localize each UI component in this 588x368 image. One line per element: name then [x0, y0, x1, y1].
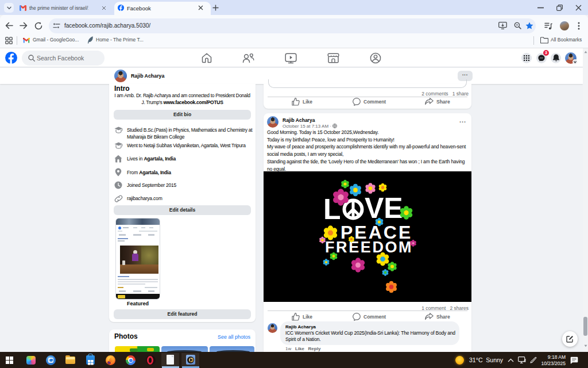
svg-text:VE: VE	[365, 192, 403, 224]
svg-text:FREEDOM: FREEDOM	[325, 239, 413, 256]
